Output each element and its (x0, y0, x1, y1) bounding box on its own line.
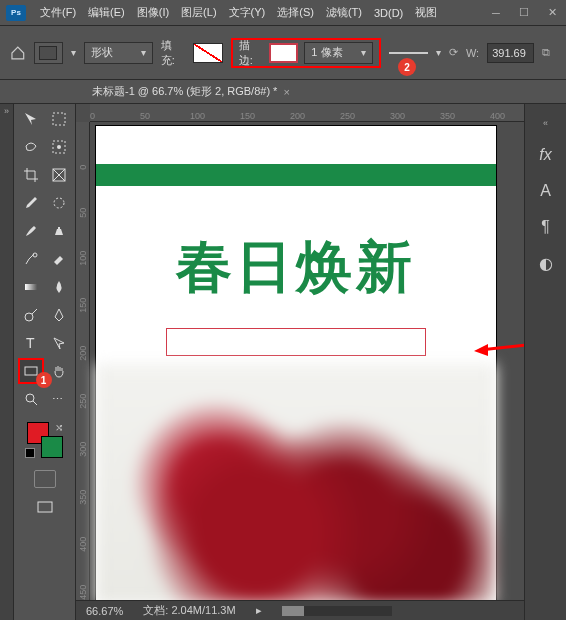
svg-text:T: T (26, 335, 35, 351)
path-select-tool[interactable] (46, 330, 72, 356)
doc-info-size: 2.04M/11.3M (171, 604, 235, 616)
stroke-label: 描边: (239, 38, 263, 68)
document-tab[interactable]: 未标题-1 @ 66.7% (矩形 2, RGB/8#) * × (84, 84, 298, 99)
stroke-style-preview[interactable] (389, 52, 428, 54)
blur-tool[interactable] (46, 274, 72, 300)
type-tool[interactable]: T (18, 330, 44, 356)
document-canvas[interactable]: 春日焕新 (96, 126, 496, 604)
adjustments-panel-icon[interactable]: ◐ (539, 254, 553, 273)
fill-label: 填充: (161, 38, 186, 68)
svg-point-7 (25, 313, 33, 321)
brush-tool[interactable] (18, 218, 44, 244)
annotation-arrow (474, 336, 524, 356)
chevron-right-icon[interactable]: » (4, 106, 9, 116)
menu-layer[interactable]: 图层(L) (175, 5, 222, 20)
swap-colors-icon[interactable]: ⤭ (55, 422, 63, 433)
minimize-button[interactable]: ─ (482, 0, 510, 26)
maximize-button[interactable]: ☐ (510, 0, 538, 26)
ruler-horizontal: 050100 150200250 300350400 450500550 600… (90, 104, 524, 122)
background-color[interactable] (41, 436, 63, 458)
chevron-down-icon: ▾ (436, 47, 441, 58)
svg-point-2 (57, 145, 61, 149)
dodge-tool[interactable] (18, 302, 44, 328)
status-chevron-icon[interactable]: ▸ (256, 604, 262, 617)
stroke-width-dropdown[interactable]: 1 像素 ▾ (304, 42, 372, 64)
svg-rect-0 (53, 113, 65, 125)
chevron-left-icon[interactable]: « (543, 118, 548, 128)
stroke-swatch[interactable] (269, 43, 298, 63)
window-controls: ─ ☐ ✕ (482, 0, 566, 26)
menu-type[interactable]: 文字(Y) (223, 5, 272, 20)
canvas-area: 050100 150200250 300350400 450500550 600… (76, 104, 524, 620)
color-swatches: ⤭ (25, 422, 65, 458)
document-tab-title: 未标题-1 @ 66.7% (矩形 2, RGB/8#) * (92, 84, 277, 99)
width-label: W: (466, 47, 479, 59)
character-panel-icon[interactable]: A (540, 182, 551, 200)
width-value: 391.69 (492, 47, 526, 59)
document-tab-bar: 未标题-1 @ 66.7% (矩形 2, RGB/8#) * × (0, 80, 566, 104)
menu-image[interactable]: 图像(I) (131, 5, 175, 20)
gradient-tool[interactable] (18, 274, 44, 300)
fx-panel-icon[interactable]: fx (539, 146, 551, 164)
zoom-level[interactable]: 66.67% (86, 605, 123, 617)
frame-tool[interactable] (46, 162, 72, 188)
menu-filter[interactable]: 滤镜(T) (320, 5, 368, 20)
status-progress (282, 606, 392, 616)
menu-select[interactable]: 选择(S) (271, 5, 320, 20)
pen-tool[interactable] (46, 302, 72, 328)
move-tool[interactable] (18, 106, 44, 132)
left-gutter: » (0, 104, 14, 620)
width-input[interactable]: 391.69 (487, 43, 534, 63)
crop-tool[interactable] (18, 162, 44, 188)
edit-toolbar[interactable]: ⋯ (46, 386, 72, 412)
status-bar: 66.67% 文档: 2.04M/11.3M ▸ (76, 600, 524, 620)
fill-swatch[interactable] (193, 43, 222, 63)
default-colors-icon[interactable] (25, 448, 35, 458)
zoom-tool[interactable] (18, 386, 44, 412)
callout-badge-1: 1 (36, 372, 52, 388)
app-logo: Ps (6, 5, 26, 21)
stroke-width-value: 1 像素 (311, 45, 342, 60)
svg-rect-6 (25, 284, 37, 290)
eyedropper-tool[interactable] (18, 190, 44, 216)
close-button[interactable]: ✕ (538, 0, 566, 26)
chevron-down-icon: ▾ (71, 47, 76, 58)
home-icon[interactable] (10, 46, 26, 60)
stroke-group-highlighted: 描边: 1 像素 ▾ (231, 38, 381, 68)
svg-rect-9 (25, 367, 37, 375)
svg-rect-11 (38, 502, 52, 512)
screen-mode-toggle[interactable] (32, 494, 58, 520)
shape-mode-dropdown[interactable]: 形状 ▾ (84, 42, 153, 64)
menu-file[interactable]: 文件(F) (34, 5, 82, 20)
eraser-tool[interactable] (46, 246, 72, 272)
menu-edit[interactable]: 编辑(E) (82, 5, 131, 20)
lasso-tool[interactable] (18, 134, 44, 160)
headline-text: 春日焕新 (96, 230, 496, 306)
tool-preset-dropdown[interactable] (34, 42, 63, 64)
background-photo (96, 364, 496, 604)
quick-mask-toggle[interactable] (34, 470, 56, 488)
right-panel-collapsed: « fx A ¶ ◐ (524, 104, 566, 620)
close-tab-icon[interactable]: × (283, 86, 289, 98)
svg-point-4 (54, 198, 64, 208)
workspace: » T 1 ⋯ (0, 104, 566, 620)
link-icon[interactable]: ⧉ (542, 46, 556, 60)
rectangle-tool[interactable]: 1 (18, 358, 44, 384)
menu-3d[interactable]: 3D(D) (368, 7, 409, 19)
history-brush-tool[interactable] (18, 246, 44, 272)
svg-marker-13 (474, 344, 488, 356)
quick-select-tool[interactable] (46, 134, 72, 160)
clone-stamp-tool[interactable] (46, 218, 72, 244)
shape-mode-label: 形状 (91, 45, 113, 60)
paragraph-panel-icon[interactable]: ¶ (541, 218, 550, 236)
spot-heal-tool[interactable] (46, 190, 72, 216)
green-header-bar (96, 164, 496, 186)
refresh-icon[interactable]: ⟳ (449, 46, 458, 59)
menu-view[interactable]: 视图 (409, 5, 443, 20)
toolbox: T 1 ⋯ ⤭ (14, 104, 76, 620)
chevron-down-icon: ▾ (361, 47, 366, 58)
svg-point-5 (33, 253, 37, 257)
ruler-vertical: 050100 150200250 300350400 450 (76, 122, 90, 600)
marquee-tool[interactable] (46, 106, 72, 132)
drawn-rectangle-shape[interactable] (166, 328, 426, 356)
